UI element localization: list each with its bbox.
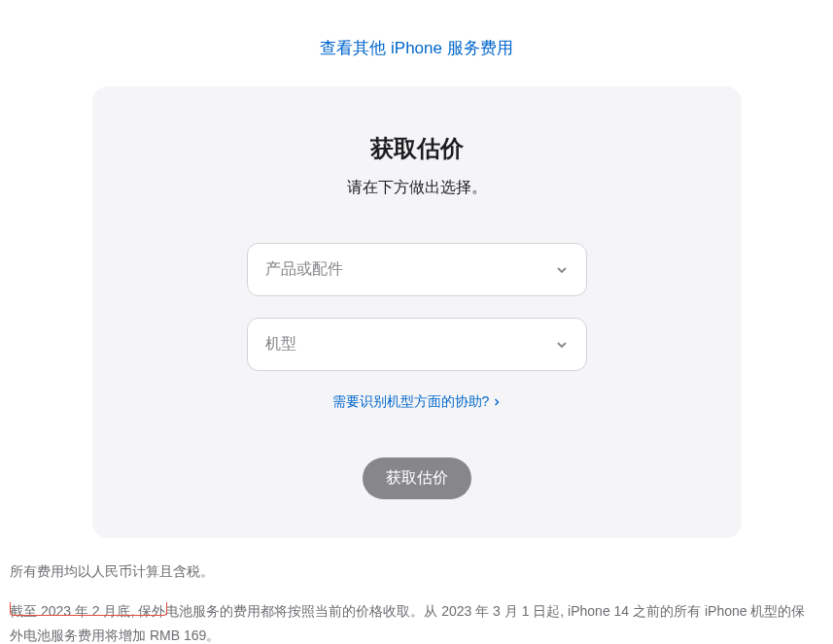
- model-select-placeholder: 机型: [265, 334, 296, 355]
- top-link-container: 查看其他 iPhone 服务费用: [0, 0, 833, 86]
- view-other-fees-link[interactable]: 查看其他 iPhone 服务费用: [320, 39, 512, 57]
- card-title: 获取估价: [131, 133, 703, 164]
- product-select[interactable]: 产品或配件: [247, 243, 587, 296]
- product-select-placeholder: 产品或配件: [265, 259, 343, 280]
- footer-disclaimer: 所有费用均以人民币计算且含税。 截至 2023 年 2 月底, 保外电池服务的费…: [10, 559, 807, 644]
- identify-model-help-link[interactable]: 需要识别机型方面的协助?: [332, 393, 502, 411]
- get-estimate-button[interactable]: 获取估价: [363, 458, 471, 499]
- chevron-down-icon: [555, 338, 569, 352]
- chevron-right-icon: [493, 398, 501, 406]
- help-link-container: 需要识别机型方面的协助?: [131, 392, 703, 411]
- chevron-down-icon: [555, 263, 569, 277]
- footer-line-2: 截至 2023 年 2 月底, 保外电池服务的费用都将按照当前的价格收取。从 2…: [10, 599, 807, 644]
- model-select[interactable]: 机型: [247, 318, 587, 371]
- footer-line-1: 所有费用均以人民币计算且含税。: [10, 559, 807, 584]
- card-subtitle: 请在下方做出选择。: [131, 178, 703, 198]
- highlighted-price-text: 费用将增加 RMB 169。: [78, 627, 220, 643]
- estimate-card: 获取估价 请在下方做出选择。 产品或配件 机型 需要识别机型方面的协助? 获取估…: [92, 86, 742, 538]
- help-link-text: 需要识别机型方面的协助?: [332, 393, 490, 411]
